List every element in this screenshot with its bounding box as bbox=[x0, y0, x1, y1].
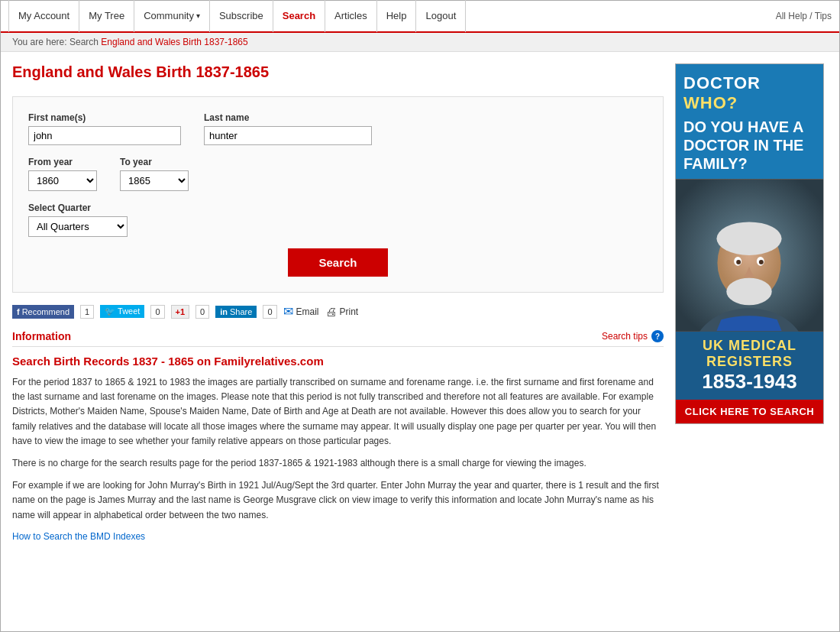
email-link[interactable]: ✉ Email bbox=[283, 304, 319, 319]
last-name-label: Last name bbox=[204, 112, 372, 123]
ad-doctor-who: DOCTOR WHO? bbox=[683, 73, 816, 113]
nav-community[interactable]: Community ▾ bbox=[134, 0, 210, 32]
facebook-recommend-button[interactable]: f Recommend bbox=[12, 305, 74, 319]
how-to-search-link[interactable]: How to Search the BMD Indexes bbox=[12, 531, 145, 542]
form-row-years: From year 1837183818391840 1841184218431… bbox=[28, 157, 648, 191]
breadcrumb: You are here: Search England and Wales B… bbox=[1, 33, 839, 52]
tweet-count: 0 bbox=[150, 305, 164, 319]
to-year-label: To year bbox=[120, 157, 189, 167]
nav-logout[interactable]: Logout bbox=[416, 0, 466, 32]
info-paragraph-3: For example if we are looking for John M… bbox=[12, 478, 664, 523]
tips-icon: ? bbox=[651, 330, 664, 342]
last-name-input[interactable] bbox=[204, 126, 372, 145]
twitter-icon: 🐦 bbox=[105, 306, 115, 316]
chevron-down-icon: ▾ bbox=[196, 0, 200, 32]
last-name-group: Last name bbox=[204, 112, 372, 145]
first-name-label: First name(s) bbox=[28, 112, 181, 123]
print-icon: 🖨 bbox=[325, 305, 337, 318]
nav-help-tips[interactable]: All Help / Tips bbox=[776, 11, 832, 21]
top-navigation: My Account My Tree Community ▾ Subscribe… bbox=[1, 1, 839, 33]
share-count: 0 bbox=[263, 305, 276, 319]
ad-registers-2: REGISTERS bbox=[683, 354, 816, 370]
linkedin-icon: in bbox=[220, 307, 228, 316]
record-title: Search Birth Records 1837 - 1865 on Fami… bbox=[12, 355, 664, 368]
nav-my-tree[interactable]: My Tree bbox=[79, 0, 134, 32]
ad-registers: UK MEDICAL bbox=[683, 338, 816, 354]
breadcrumb-search: Search bbox=[69, 37, 99, 47]
nav-links: My Account My Tree Community ▾ Subscribe… bbox=[8, 0, 466, 32]
quarter-select[interactable]: All Quarters Jan/Feb/Mar Apr/May/Jun Jul… bbox=[28, 216, 128, 237]
search-button[interactable]: Search bbox=[288, 248, 387, 277]
nav-search[interactable]: Search bbox=[273, 0, 325, 32]
all-help-tips-link[interactable]: All Help / Tips bbox=[776, 11, 832, 21]
facebook-icon: f bbox=[17, 307, 20, 316]
svg-point-7 bbox=[759, 260, 764, 264]
svg-point-8 bbox=[726, 278, 771, 306]
info-title: Information bbox=[12, 330, 71, 342]
page-title: England and Wales Birth 1837-1865 bbox=[12, 63, 664, 81]
from-year-group: From year 1837183818391840 1841184218431… bbox=[28, 157, 97, 191]
to-year-select[interactable]: 1837183818391840 1841184218431844 184518… bbox=[120, 170, 189, 191]
nav-subscribe[interactable]: Subscribe bbox=[210, 0, 273, 32]
ad-headline: DO YOU HAVE A DOCTOR IN THE FAMILY? bbox=[683, 118, 816, 173]
email-icon: ✉ bbox=[283, 304, 293, 319]
ad-image bbox=[676, 179, 823, 332]
main-area: England and Wales Birth 1837-1865 First … bbox=[1, 52, 839, 565]
search-form: First name(s) Last name From year 183718… bbox=[12, 96, 664, 293]
ad-top: DOCTOR WHO? DO YOU HAVE A DOCTOR IN THE … bbox=[676, 64, 823, 179]
search-btn-row: Search bbox=[28, 248, 648, 277]
sidebar-ad: DOCTOR WHO? DO YOU HAVE A DOCTOR IN THE … bbox=[675, 63, 828, 553]
recommend-count: 1 bbox=[80, 305, 94, 319]
quarter-group: Select Quarter All Quarters Jan/Feb/Mar … bbox=[28, 203, 128, 237]
ad-box[interactable]: DOCTOR WHO? DO YOU HAVE A DOCTOR IN THE … bbox=[675, 63, 824, 424]
breadcrumb-prefix: You are here: bbox=[12, 37, 67, 47]
ad-bottom: UK MEDICAL REGISTERS 1853-1943 bbox=[676, 332, 823, 400]
gplus-button[interactable]: +1 bbox=[171, 305, 190, 319]
nav-articles[interactable]: Articles bbox=[325, 0, 377, 32]
ad-years: 1853-1943 bbox=[683, 370, 816, 394]
search-tips-link[interactable]: Search tips ? bbox=[602, 330, 664, 342]
svg-point-6 bbox=[736, 260, 741, 264]
linkedin-share-button[interactable]: in Share bbox=[215, 306, 257, 318]
to-year-group: To year 1837183818391840 184118421843184… bbox=[120, 157, 189, 191]
nav-my-account[interactable]: My Account bbox=[8, 0, 79, 32]
info-section: Information Search tips ? Search Birth R… bbox=[12, 330, 664, 542]
quarter-label: Select Quarter bbox=[28, 203, 128, 213]
tweet-button[interactable]: 🐦 Tweet bbox=[100, 305, 144, 318]
form-row-names: First name(s) Last name bbox=[28, 112, 648, 145]
first-name-group: First name(s) bbox=[28, 112, 181, 145]
content-area: England and Wales Birth 1837-1865 First … bbox=[12, 63, 664, 553]
form-row-quarter: Select Quarter All Quarters Jan/Feb/Mar … bbox=[28, 203, 648, 237]
gplus-count: 0 bbox=[195, 305, 209, 319]
info-paragraph-1: For the period 1837 to 1865 & 1921 to 19… bbox=[12, 375, 664, 449]
breadcrumb-page[interactable]: England and Wales Birth 1837-1865 bbox=[101, 37, 247, 47]
nav-help[interactable]: Help bbox=[377, 0, 417, 32]
from-year-label: From year bbox=[28, 157, 97, 167]
from-year-select[interactable]: 1837183818391840 1841184218431844 184518… bbox=[28, 170, 97, 191]
info-paragraph-2: There is no charge for the search result… bbox=[12, 456, 664, 471]
info-header: Information Search tips ? bbox=[12, 330, 664, 347]
print-link[interactable]: 🖨 Print bbox=[325, 305, 359, 318]
social-row: f Recommend 1 🐦 Tweet 0 +1 0 in Share 0 bbox=[12, 304, 664, 319]
ad-cta[interactable]: CLICK HERE TO SEARCH bbox=[676, 400, 823, 423]
first-name-input[interactable] bbox=[28, 126, 181, 145]
svg-point-3 bbox=[716, 222, 781, 255]
